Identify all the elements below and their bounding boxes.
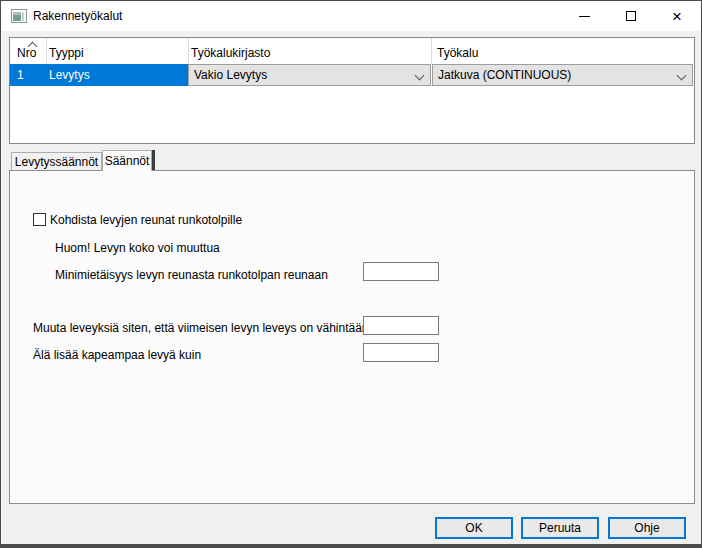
cell-tyyppi: Levytys bbox=[49, 68, 90, 82]
toolbrary-dropdown-value: Vakio Levytys bbox=[194, 68, 267, 82]
rules-panel: Kohdista levyjen reunat runkotolpille Hu… bbox=[9, 170, 695, 504]
maximize-button[interactable] bbox=[608, 1, 654, 31]
close-icon: × bbox=[672, 8, 682, 25]
dialog-window: Rakennetyökalut × Nro Tyyppi Työkalukirj… bbox=[0, 0, 702, 548]
note-label: Huom! Levyn koko voi muuttua bbox=[55, 241, 220, 255]
cancel-button[interactable]: Peruuta bbox=[521, 517, 599, 539]
column-header-tyokalu[interactable]: Työkalu bbox=[437, 46, 478, 60]
min-width-input[interactable] bbox=[363, 316, 439, 335]
close-button[interactable]: × bbox=[654, 1, 700, 31]
maximize-icon bbox=[626, 11, 636, 21]
tab-edge-shadow bbox=[152, 150, 155, 170]
tab-levytyssaannot[interactable]: Levytyssäännöt bbox=[11, 152, 102, 170]
column-header-nro[interactable]: Nro bbox=[17, 46, 36, 60]
no-narrower-input[interactable] bbox=[363, 343, 439, 362]
min-distance-label: Minimietäisyys levyn reunasta runkotolpa… bbox=[55, 268, 328, 282]
cell-nro: 1 bbox=[17, 68, 24, 82]
chevron-down-icon bbox=[678, 72, 685, 79]
no-narrower-label: Älä lisää kapeampaa levyä kuin bbox=[33, 348, 201, 362]
toolbrary-dropdown[interactable]: Vakio Levytys bbox=[188, 64, 431, 86]
min-distance-input[interactable] bbox=[363, 262, 439, 281]
min-width-label: Muuta leveyksiä siten, että viimeisen le… bbox=[33, 321, 369, 335]
chevron-down-icon bbox=[416, 72, 423, 79]
align-edges-label: Kohdista levyjen reunat runkotolpille bbox=[50, 213, 242, 227]
tool-dropdown-value: Jatkuva (CONTINUOUS) bbox=[438, 68, 571, 82]
ok-button[interactable]: OK bbox=[435, 517, 513, 539]
app-icon bbox=[11, 9, 27, 23]
minimize-button[interactable] bbox=[561, 1, 607, 31]
tool-dropdown[interactable]: Jatkuva (CONTINUOUS) bbox=[432, 64, 693, 86]
tools-table: Nro Tyyppi Työkalukirjasto Työkalu 1 Lev… bbox=[9, 37, 695, 144]
tab-saannot[interactable]: Säännöt bbox=[102, 150, 152, 171]
help-button[interactable]: Ohje bbox=[608, 517, 686, 539]
minimize-icon bbox=[579, 16, 590, 17]
window-title: Rakennetyökalut bbox=[33, 9, 122, 23]
table-row[interactable]: 1 Levytys bbox=[10, 64, 188, 86]
table-header: Nro Tyyppi Työkalukirjasto Työkalu bbox=[10, 38, 694, 64]
window-bottom-edge bbox=[1, 544, 701, 547]
column-header-tyokalukirjasto[interactable]: Työkalukirjasto bbox=[191, 46, 270, 60]
title-bar[interactable]: Rakennetyökalut × bbox=[1, 1, 701, 31]
align-edges-checkbox[interactable] bbox=[33, 213, 46, 226]
column-header-tyyppi[interactable]: Tyyppi bbox=[49, 46, 84, 60]
